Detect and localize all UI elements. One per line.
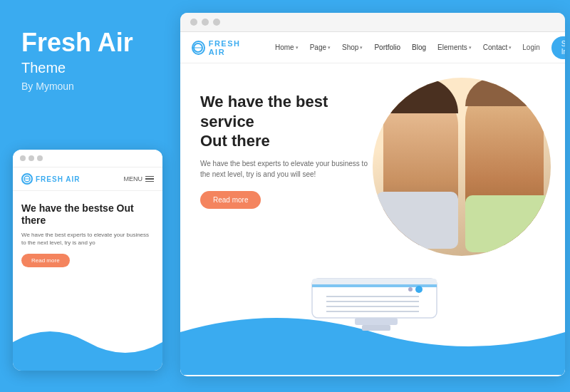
- nav-item-shop[interactable]: Shop ▾: [337, 41, 368, 54]
- ac-unit-image: [305, 264, 447, 336]
- desktop-hero: We have the best service Out there We ha…: [180, 63, 565, 375]
- mobile-logo: FRESH AIR: [21, 173, 81, 185]
- desktop-mockup: FRESH AIR Home ▾ Page ▾ Shop ▾ Portfolio…: [180, 13, 565, 376]
- nav-home-label: Home: [275, 43, 294, 51]
- hero-content: We have the best service Out there We ha…: [200, 92, 371, 209]
- left-panel: Fresh Air Theme By Mymoun FRESH AIR MENU: [0, 0, 175, 392]
- hamburger-line-2: [145, 178, 154, 180]
- app-subtitle: Theme: [21, 60, 153, 76]
- hero-title-line1: We have the best service: [200, 93, 328, 130]
- nav-page-arrow: ▾: [328, 45, 331, 51]
- svg-rect-13: [355, 318, 398, 325]
- nav-home-arrow: ▾: [296, 45, 299, 51]
- svg-point-11: [415, 286, 423, 293]
- app-title: Fresh Air: [21, 29, 153, 57]
- person-1-shirt: [376, 192, 458, 249]
- person-1-hair: [383, 78, 458, 113]
- hero-title-line2: Out there: [200, 132, 270, 150]
- nav-item-page[interactable]: Page ▾: [305, 41, 336, 54]
- nav-item-home[interactable]: Home ▾: [270, 41, 304, 54]
- mobile-hero-description: We have the best experts to elevate your…: [21, 231, 154, 247]
- svg-rect-14: [362, 325, 390, 331]
- svg-point-12: [408, 287, 413, 292]
- browser-top-bar: [180, 13, 565, 32]
- nav-shop-arrow: ▾: [360, 45, 363, 51]
- nav-item-elements[interactable]: Elements ▾: [432, 41, 477, 54]
- mobile-top-bar: [13, 150, 162, 167]
- nav-login-button[interactable]: Login: [517, 41, 545, 54]
- nav-elements-arrow: ▾: [469, 45, 472, 51]
- hamburger-line-3: [145, 181, 154, 182]
- desktop-logo: FRESH AIR: [192, 39, 256, 56]
- mobile-menu-label: MENU: [124, 175, 143, 182]
- mobile-menu[interactable]: MENU: [124, 175, 155, 182]
- nav-contact-label: Contact: [483, 43, 507, 51]
- app-author: By Mymoun: [21, 81, 153, 92]
- mobile-wave-decoration: [13, 314, 162, 371]
- desktop-logo-text: FRESH AIR: [209, 39, 256, 56]
- person-2-hair: [465, 78, 544, 106]
- nav-portfolio-label: Portfolio: [374, 43, 400, 51]
- hero-read-more-button[interactable]: Read more: [200, 191, 261, 209]
- nav-item-portfolio[interactable]: Portfolio: [369, 41, 405, 54]
- mobile-mockup: FRESH AIR MENU We have the bestse Out th…: [13, 150, 162, 371]
- nav-page-label: Page: [310, 43, 326, 51]
- mobile-nav: FRESH AIR MENU: [13, 167, 162, 191]
- browser-dot-3: [213, 19, 220, 26]
- nav-blog-label: Blog: [412, 43, 426, 51]
- hamburger-line-1: [145, 176, 154, 177]
- browser-dot-1: [190, 19, 197, 26]
- person-2-shirt: [465, 195, 551, 252]
- mobile-dot-3: [37, 155, 43, 161]
- mobile-logo-text: FRESH AIR: [36, 175, 81, 183]
- nav-elements-label: Elements: [437, 43, 467, 51]
- hero-description: We have the best experts to elevate your…: [200, 158, 371, 180]
- mobile-hero-title: We have the bestse Out there: [21, 202, 154, 227]
- desktop-logo-icon: [192, 41, 205, 55]
- nav-item-blog[interactable]: Blog: [407, 41, 431, 54]
- nav-contact-arrow: ▾: [509, 45, 512, 51]
- mobile-hero: We have the bestse Out there We have the…: [13, 191, 162, 273]
- hero-title: We have the best service Out there: [200, 92, 371, 151]
- mobile-dots: [20, 155, 43, 161]
- mobile-logo-icon: [21, 173, 33, 185]
- nav-signup-button[interactable]: Sign In: [551, 36, 565, 59]
- nav-items: Home ▾ Page ▾ Shop ▾ Portfolio Blog Elem…: [270, 41, 517, 54]
- mobile-dot-2: [28, 155, 34, 161]
- mobile-read-more-button[interactable]: Read more: [21, 254, 70, 267]
- browser-dot-2: [202, 19, 209, 26]
- hamburger-icon: [145, 176, 154, 182]
- nav-item-contact[interactable]: Contact ▾: [478, 41, 517, 54]
- desktop-nav: FRESH AIR Home ▾ Page ▾ Shop ▾ Portfolio…: [180, 32, 565, 63]
- mobile-dot-1: [20, 155, 26, 161]
- hero-people-image: [373, 78, 551, 256]
- nav-actions: Login Sign In: [517, 36, 565, 59]
- nav-shop-label: Shop: [342, 43, 358, 51]
